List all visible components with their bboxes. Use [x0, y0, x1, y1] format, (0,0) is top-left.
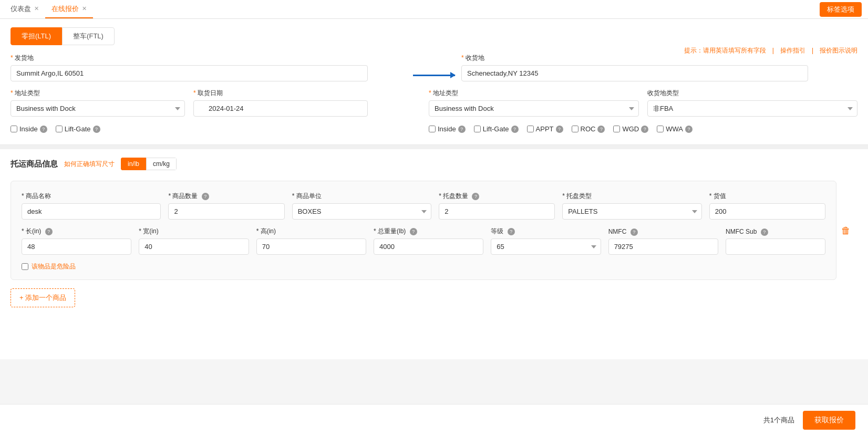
- item-pallet-type-label: * 托盘类型: [562, 192, 701, 201]
- item-pallet-qty-group: * 托盘数量 ?: [439, 192, 555, 220]
- to-address-input[interactable]: [461, 65, 808, 81]
- item-length-input[interactable]: [22, 238, 131, 255]
- delete-item-icon[interactable]: 🗑: [841, 225, 851, 236]
- checkbox-spacer: [374, 122, 422, 136]
- item-card: * 商品名称 * 商品数量 ? * 商品单位 BOXES PALLETS PIE…: [11, 181, 836, 280]
- from-inside-help-icon[interactable]: ?: [40, 126, 47, 133]
- item-row-1: * 商品名称 * 商品数量 ? * 商品单位 BOXES PALLETS PIE…: [22, 192, 825, 220]
- item-height-input[interactable]: [256, 238, 366, 255]
- how-to-link[interactable]: 如何正确填写尺寸: [64, 160, 115, 169]
- to-roc-checkbox[interactable]: ROC ?: [572, 125, 605, 133]
- item-grade-select[interactable]: 505560 65 7077.585 92.5100110 125150175 …: [491, 238, 601, 255]
- to-address-type-select[interactable]: Business with Dock Business without Dock…: [429, 100, 639, 117]
- weight-help-icon[interactable]: ?: [410, 228, 417, 235]
- to-extra-fields: 地址类型 Business with Dock Business without…: [429, 89, 857, 117]
- dangerous-checkbox[interactable]: [22, 263, 28, 270]
- item-height-label: * 高(in): [256, 227, 366, 236]
- to-appt-input[interactable]: [527, 126, 534, 132]
- from-to-row: 发货地 收货地: [11, 54, 857, 81]
- item-weight-input[interactable]: [374, 238, 483, 255]
- from-address-input[interactable]: [11, 65, 368, 81]
- tab-dashboard-close[interactable]: ✕: [34, 5, 39, 12]
- item-qty-group: * 商品数量 ?: [168, 192, 284, 220]
- item-name-input[interactable]: [22, 203, 161, 220]
- unit-inlb-btn[interactable]: in/lb: [121, 158, 146, 170]
- tab-quote[interactable]: 在线报价 ✕: [45, 0, 93, 18]
- length-help-icon[interactable]: ?: [45, 228, 53, 235]
- from-address-type-group: 地址类型 Business with Dock Business without…: [11, 89, 185, 117]
- to-liftgate-input[interactable]: [474, 126, 481, 132]
- nmfc-sub-help-icon[interactable]: ?: [761, 229, 768, 236]
- item-nmfc-label: NMFC ?: [608, 228, 718, 236]
- tab-dashboard[interactable]: 仪表盘 ✕: [4, 0, 45, 18]
- item-width-input[interactable]: [139, 238, 249, 255]
- to-wgd-checkbox[interactable]: WGD ?: [613, 125, 648, 133]
- to-liftgate-checkbox[interactable]: Lift-Gate ?: [474, 125, 519, 133]
- tab-quote-close[interactable]: ✕: [82, 5, 87, 12]
- item-length-label: * 长(in) ?: [22, 227, 131, 236]
- to-roc-input[interactable]: [572, 126, 578, 132]
- item-qty-input[interactable]: [168, 203, 284, 220]
- nmfc-help-icon[interactable]: ?: [631, 229, 638, 236]
- delivery-type-select[interactable]: 非FBA FBA: [647, 100, 857, 117]
- to-liftgate-help-icon[interactable]: ?: [511, 126, 519, 133]
- from-liftgate-input[interactable]: [56, 126, 63, 132]
- to-wgd-help-icon[interactable]: ?: [641, 126, 648, 133]
- item-pallet-qty-input[interactable]: [439, 203, 555, 220]
- from-inside-checkbox[interactable]: Inside ?: [11, 125, 47, 133]
- to-inside-input[interactable]: [429, 126, 436, 132]
- add-item-button[interactable]: + 添加一个商品: [11, 288, 75, 307]
- tab-quote-label: 在线报价: [51, 4, 79, 14]
- cargo-title-row: 托运商品信息 如何正确填写尺寸 in/lb cm/kg: [11, 158, 857, 170]
- item-nmfc-sub-input[interactable]: [726, 238, 825, 255]
- ftl-button[interactable]: 整车(FTL): [62, 27, 115, 45]
- pickup-date-input[interactable]: [193, 100, 368, 117]
- to-appt-checkbox[interactable]: APPT ?: [527, 125, 563, 133]
- to-wwa-checkbox[interactable]: WWA ?: [657, 125, 693, 133]
- from-address-type-label: 地址类型: [11, 89, 185, 98]
- ltl-button[interactable]: 零担(LTL): [11, 27, 62, 45]
- label-options-button[interactable]: 标签选项: [820, 2, 862, 17]
- dangerous-row: 该物品是危险品: [22, 262, 825, 271]
- grade-help-icon[interactable]: ?: [508, 228, 515, 235]
- from-address-type-select[interactable]: Business with Dock Business without Dock…: [11, 100, 185, 117]
- tab-dashboard-label: 仪表盘: [11, 4, 31, 14]
- to-appt-help-icon[interactable]: ?: [556, 126, 563, 133]
- from-liftgate-help-icon[interactable]: ?: [93, 126, 100, 133]
- item-pallet-type-select[interactable]: PALLETS SKIDS CRATES: [562, 203, 701, 220]
- to-liftgate-label: Lift-Gate: [483, 125, 509, 133]
- item-height-group: * 高(in): [256, 227, 366, 255]
- to-appt-label: APPT: [536, 125, 554, 133]
- dangerous-label: 该物品是危险品: [32, 262, 76, 271]
- to-address-type-group: 地址类型 Business with Dock Business without…: [429, 89, 639, 117]
- item-unit-group: * 商品单位 BOXES PALLETS PIECES CRATES: [292, 192, 431, 220]
- from-liftgate-checkbox[interactable]: Lift-Gate ?: [56, 125, 100, 133]
- unit-cmkg-btn[interactable]: cm/kg: [146, 158, 177, 170]
- item-unit-select[interactable]: BOXES PALLETS PIECES CRATES: [292, 203, 431, 220]
- item-row-2: * 长(in) ? * 宽(in) * 高(in) * 总重量(lb) ?: [22, 227, 825, 255]
- from-inside-input[interactable]: [11, 126, 17, 132]
- pallet-qty-help-icon[interactable]: ?: [472, 193, 479, 200]
- tab-bar: 仪表盘 ✕ 在线报价 ✕ 标签选项: [0, 0, 868, 19]
- to-wwa-input[interactable]: [657, 126, 664, 132]
- item-value-input[interactable]: [709, 203, 825, 220]
- item-nmfc-input[interactable]: [608, 238, 718, 255]
- item-qty-help-icon[interactable]: ?: [202, 193, 209, 200]
- section-divider: [0, 145, 868, 149]
- item-value-label: * 货值: [709, 192, 825, 201]
- unit-toggle: in/lb cm/kg: [121, 158, 177, 170]
- to-address-group: 收货地: [461, 54, 857, 81]
- to-wwa-help-icon[interactable]: ?: [685, 126, 693, 133]
- hint-diagram[interactable]: 报价图示说明: [820, 46, 857, 55]
- hint-guide[interactable]: 操作指引: [780, 46, 813, 55]
- red-arrow-annotation: [0, 349, 862, 359]
- to-roc-help-icon[interactable]: ?: [597, 126, 605, 133]
- from-checkboxes: Inside ? Lift-Gate ?: [11, 122, 368, 136]
- to-inside-checkbox[interactable]: Inside ?: [429, 125, 466, 133]
- pickup-date-label: 取货日期: [193, 89, 368, 98]
- to-inside-help-icon[interactable]: ?: [458, 126, 466, 133]
- from-address-group: 发货地: [11, 54, 407, 81]
- to-wgd-input[interactable]: [613, 126, 620, 132]
- tab-bar-actions: 标签选项: [820, 2, 862, 17]
- from-liftgate-label: Lift-Gate: [65, 125, 91, 133]
